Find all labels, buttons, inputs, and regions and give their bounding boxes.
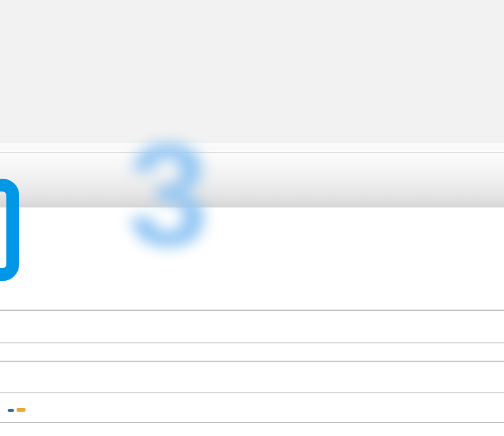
gap-strip [0,142,504,152]
separator-line [0,422,504,423]
separator-line [0,342,504,343]
content-area [0,207,504,436]
separator-line [0,361,504,362]
row-icon [8,407,22,414]
separator-line [0,392,504,393]
toolbar-bar [0,153,504,207]
separator-line [0,310,504,311]
upper-panel [0,0,504,142]
edge-logo-fragment [0,179,19,281]
